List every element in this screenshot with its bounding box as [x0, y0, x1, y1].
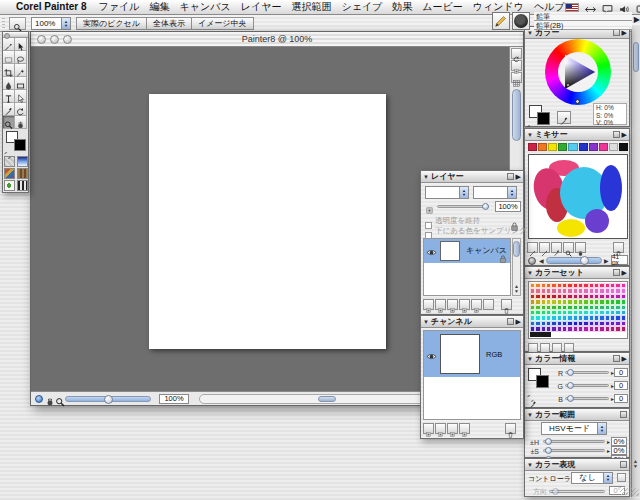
brush-dab-well[interactable]: [512, 12, 530, 30]
shape-select-tool[interactable]: [15, 90, 27, 103]
variability-mode-dropdown[interactable]: HSVモード ▲▼: [541, 422, 607, 435]
new-watercolor-layer-button[interactable]: [447, 299, 458, 310]
brush-tool[interactable]: [3, 38, 15, 51]
mixer-swatch[interactable]: [548, 143, 557, 151]
layer-opacity-thumb[interactable]: [482, 203, 489, 210]
collapse-triangle-icon[interactable]: ▼: [527, 270, 533, 276]
color-set-close-box[interactable]: [613, 269, 620, 276]
zoom-stepper[interactable]: ▲▼: [61, 18, 70, 29]
layers-scroll-thumb[interactable]: [513, 241, 520, 257]
color-variability-close-box[interactable]: [620, 411, 627, 418]
look-selector[interactable]: [17, 180, 28, 191]
brush-variant-name[interactable]: 鉛筆(2B): [534, 21, 632, 30]
channel-thumbnail[interactable]: [440, 334, 480, 374]
paint-bucket-tool[interactable]: [3, 77, 15, 90]
menu-レイヤー[interactable]: レイヤー: [241, 2, 282, 12]
front-color-swatch[interactable]: [14, 139, 26, 151]
swap-colors-icon[interactable]: [527, 119, 534, 126]
layer-composite-depth-dropdown[interactable]: ▲▼: [473, 186, 517, 199]
weave-selector[interactable]: [17, 168, 28, 179]
color-expression-titlebar[interactable]: ▼ カラー表現: [525, 459, 629, 471]
input-language-flag-icon[interactable]: [565, 3, 579, 12]
tracker-icon[interactable]: [45, 394, 55, 404]
display-icon[interactable]: [636, 2, 640, 13]
zoom-tool-icon[interactable]: [55, 394, 65, 404]
palette-bay-scroll-thumb[interactable]: [633, 42, 639, 72]
front-color-swatch[interactable]: [537, 112, 550, 125]
toolbox-titlebar[interactable]: [3, 32, 28, 38]
channel-row-rgb[interactable]: RGB: [424, 331, 520, 377]
page-rotate-button[interactable]: [511, 48, 522, 59]
magnifier-tool[interactable]: [3, 116, 15, 129]
delete-layer-trash-button[interactable]: [501, 299, 512, 310]
mixer-trash-button[interactable]: [613, 242, 624, 253]
color-info-palette-titlebar[interactable]: ▼ カラー情報 ▶: [525, 353, 629, 365]
mixer-swatch[interactable]: [568, 143, 577, 151]
controller-dropdown[interactable]: なし ▲▼: [571, 472, 613, 484]
±H-slider-thumb[interactable]: [545, 438, 552, 445]
collapse-triangle-icon[interactable]: ▼: [423, 319, 429, 325]
B-slider-thumb[interactable]: [567, 395, 574, 402]
channels-menu-arrow[interactable]: ▶: [516, 318, 521, 325]
color-variability-titlebar[interactable]: ▼ カラー範囲: [525, 409, 629, 421]
menu-編集[interactable]: 編集: [150, 2, 170, 12]
menu-効果[interactable]: 効果: [392, 2, 412, 12]
zoom-slider-thumb[interactable]: [104, 395, 113, 404]
zoom-level-dropdown[interactable]: 100% ▲▼: [31, 17, 71, 30]
±H-value[interactable]: 0%: [611, 437, 627, 446]
mixer-menu-arrow[interactable]: ▶: [622, 131, 627, 138]
mixer-knob-icon[interactable]: [528, 257, 536, 265]
magic-wand-tool[interactable]: [15, 64, 27, 77]
layers-palette-titlebar[interactable]: ▼ レイヤー ▶: [421, 171, 523, 183]
B-slider[interactable]: [565, 397, 609, 400]
layer-thumbnail[interactable]: [440, 241, 460, 261]
layers-scrollbar[interactable]: ▲▼: [512, 238, 521, 296]
brush-category-name[interactable]: 鉛筆: [534, 12, 632, 21]
tracing-paper-button[interactable]: [511, 60, 522, 71]
menu-ファイル[interactable]: ファイル: [99, 2, 140, 12]
mixer-pad[interactable]: [528, 154, 628, 239]
color-set-menu-arrow[interactable]: ▶: [622, 269, 627, 276]
G-value[interactable]: 0: [614, 381, 628, 390]
shape-rect-tool[interactable]: [15, 77, 27, 90]
adjuster-tool[interactable]: [15, 38, 27, 51]
color-expression-close-box[interactable]: [620, 461, 627, 468]
mixer-swatch[interactable]: [558, 143, 567, 151]
layer-composite-method-dropdown[interactable]: ▲▼: [425, 186, 469, 199]
apply-color-button[interactable]: [539, 242, 550, 253]
color-info-close-box[interactable]: [613, 355, 620, 362]
mixer-size-thumb[interactable]: [580, 256, 589, 265]
sample-color-button[interactable]: [551, 242, 562, 253]
chat-icon[interactable]: [602, 2, 613, 13]
R-slider-thumb[interactable]: [567, 369, 574, 376]
grid-overlay-button[interactable]: [511, 72, 522, 83]
menu-ヘルプ[interactable]: ヘルプ: [534, 2, 565, 12]
collapse-triangle-icon[interactable]: ▼: [527, 412, 533, 418]
layers-close-box[interactable]: [507, 173, 514, 180]
R-value[interactable]: 0: [614, 368, 628, 377]
zoom-slider[interactable]: [65, 396, 151, 402]
menu-選択範囲[interactable]: 選択範囲: [291, 2, 331, 12]
menu-ムービー[interactable]: ムービー: [422, 2, 462, 12]
mixer-swatch[interactable]: [579, 143, 588, 151]
app-menu-title[interactable]: Corel Painter 8: [16, 2, 87, 12]
document-titlebar[interactable]: Painter8 @ 100%: [31, 32, 523, 47]
color-info-menu-arrow[interactable]: ▶: [622, 355, 627, 362]
direction-thumb[interactable]: [552, 488, 559, 495]
±H-slider[interactable]: [543, 440, 605, 443]
B-value[interactable]: 0: [614, 394, 628, 403]
text-tool[interactable]: [3, 90, 15, 103]
palette-bay-arrows[interactable]: ▲▼: [631, 459, 640, 469]
layer-visibility-eye-icon[interactable]: [426, 245, 437, 256]
horizontal-scroll-thumb[interactable]: [318, 396, 336, 402]
volume-icon[interactable]: [619, 2, 630, 13]
collapse-triangle-icon[interactable]: ▼: [423, 174, 429, 180]
crop-tool[interactable]: [3, 64, 15, 77]
dropper-button[interactable]: [557, 111, 571, 124]
G-slider[interactable]: [565, 384, 609, 387]
save-channel-button[interactable]: [435, 423, 446, 434]
collapse-triangle-icon[interactable]: ▼: [527, 356, 533, 362]
R-slider[interactable]: [565, 371, 609, 374]
channels-palette-titlebar[interactable]: ▼ チャンネル ▶: [421, 316, 523, 328]
lasso-tool[interactable]: [15, 51, 27, 64]
